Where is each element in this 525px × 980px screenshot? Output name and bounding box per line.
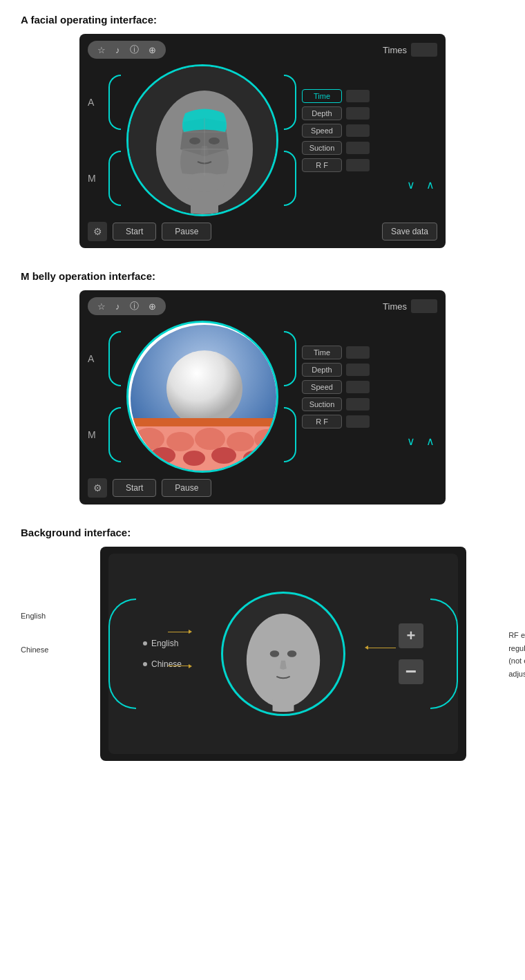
times-area: Times — [383, 43, 437, 57]
belly-control-speed-row: Speed — [302, 380, 437, 394]
belly-right-arcs — [284, 321, 296, 473]
rf-slider[interactable] — [346, 159, 370, 171]
depth-slider[interactable] — [346, 107, 370, 120]
belly-sound-icon[interactable]: ♪ — [115, 301, 120, 312]
english-label: English — [21, 612, 46, 620]
svg-point-28 — [270, 650, 280, 657]
belly-info-icon[interactable]: ⓘ — [130, 300, 139, 312]
speed-button[interactable]: Speed — [302, 124, 342, 138]
chevron-up[interactable]: ∧ — [426, 178, 435, 191]
belly-speed-slider[interactable] — [346, 381, 370, 393]
belly-rf-button[interactable]: R F — [302, 415, 342, 428]
svg-point-21 — [183, 451, 205, 466]
belly-speed-button[interactable]: Speed — [302, 380, 342, 394]
chinese-arrow-line — [168, 666, 189, 666]
belly-depth-slider[interactable] — [346, 364, 370, 376]
chinese-label: Chinese — [21, 646, 48, 654]
bg-arc-left — [108, 599, 136, 709]
label-a: A — [88, 97, 103, 108]
left-labels: A M — [88, 64, 103, 216]
belly-pause-button[interactable]: Pause — [162, 479, 211, 497]
belly-suction-button[interactable]: Suction — [302, 397, 342, 411]
svg-point-26 — [247, 614, 320, 707]
belly-left-labels: A M — [88, 321, 103, 473]
belly-times-box[interactable] — [411, 299, 437, 313]
belly-gear-button[interactable]: ⚙ — [88, 478, 107, 498]
time-button[interactable]: Time — [302, 89, 342, 103]
english-dot — [143, 641, 147, 646]
belly-label-a: A — [88, 353, 103, 364]
belly-chevron-down[interactable]: ∨ — [407, 435, 415, 448]
belly-start-button[interactable]: Start — [113, 479, 156, 497]
rf-arrow — [365, 646, 396, 650]
belly-arc-left-bottom — [108, 407, 121, 462]
facial-title: A facial operating interface: — [21, 14, 504, 26]
arc-right-top — [284, 75, 296, 130]
control-speed-row: Speed — [302, 124, 437, 138]
times-label: Times — [383, 45, 407, 55]
svg-point-5 — [189, 138, 200, 144]
belly-screen: ☆ ♪ ⓘ ⊕ Times A M — [79, 290, 446, 505]
background-section: Background interface: English Chinese — [21, 527, 504, 761]
depth-button[interactable]: Depth — [302, 106, 342, 120]
belly-svg — [128, 323, 278, 473]
main-area: A M — [88, 64, 437, 216]
chinese-dot — [143, 662, 147, 666]
english-text[interactable]: English — [151, 639, 178, 648]
belly-control-suction-row: Suction — [302, 397, 437, 411]
svg-point-4 — [184, 173, 225, 192]
svg-point-23 — [243, 451, 265, 466]
control-rf-row: R F — [302, 158, 437, 172]
info-icon[interactable]: ⓘ — [130, 44, 139, 56]
save-data-button[interactable]: Save data — [382, 223, 437, 241]
time-slider[interactable] — [346, 90, 370, 102]
background-title: Background interface: — [21, 527, 504, 538]
speed-slider[interactable] — [346, 124, 370, 137]
belly-left-arcs — [108, 321, 121, 473]
bg-inner: English Chinese — [108, 554, 458, 754]
belly-star-icon[interactable]: ☆ — [97, 301, 106, 312]
english-arrow-line — [168, 632, 189, 632]
svg-point-18 — [227, 432, 254, 451]
suction-slider[interactable] — [346, 142, 370, 154]
belly-title: M belly operation interface: — [21, 270, 504, 282]
belly-section: M belly operation interface: ☆ ♪ ⓘ ⊕ Tim… — [21, 270, 504, 505]
rf-button[interactable]: R F — [302, 158, 342, 172]
chevron-down[interactable]: ∨ — [407, 178, 415, 191]
suction-button[interactable]: Suction — [302, 141, 342, 155]
pause-button[interactable]: Pause — [162, 223, 211, 241]
arc-left-top — [108, 75, 121, 130]
belly-rf-slider[interactable] — [346, 415, 370, 428]
belly-main-area: A M — [88, 321, 437, 473]
left-arcs — [108, 64, 121, 216]
times-box[interactable] — [411, 43, 437, 57]
chinese-arrow — [168, 664, 192, 668]
belly-time-button[interactable]: Time — [302, 346, 342, 359]
start-button[interactable]: Start — [113, 223, 156, 241]
svg-point-20 — [151, 447, 175, 464]
belly-control-time-row: Time — [302, 346, 437, 359]
facial-screen: ☆ ♪ ⓘ ⊕ Times A M — [79, 34, 446, 248]
belly-control-depth-row: Depth — [302, 363, 437, 377]
add-icon[interactable]: ⊕ — [149, 45, 156, 55]
label-m: M — [88, 173, 103, 184]
belly-bottom-toolbar: ⚙ Start Pause — [88, 478, 437, 498]
belly-time-slider[interactable] — [346, 346, 370, 359]
belly-depth-button[interactable]: Depth — [302, 363, 342, 377]
belly-chevron-up[interactable]: ∧ — [426, 435, 435, 448]
control-time-row: Time — [302, 89, 437, 103]
star-icon[interactable]: ☆ — [97, 45, 106, 55]
english-item: English — [143, 639, 182, 648]
bg-arc-right — [430, 599, 458, 709]
svg-point-15 — [134, 428, 164, 450]
bottom-toolbar: ⚙ Start Pause Save data — [88, 222, 437, 241]
belly-suction-slider[interactable] — [346, 398, 370, 411]
minus-button[interactable]: − — [399, 659, 423, 684]
gear-button[interactable]: ⚙ — [88, 222, 107, 241]
sound-icon[interactable]: ♪ — [115, 45, 120, 55]
english-annotation: English — [21, 609, 76, 622]
svg-point-6 — [209, 138, 220, 144]
belly-add-icon[interactable]: ⊕ — [149, 301, 156, 312]
bg-screen: English Chinese — [100, 547, 466, 761]
plus-button[interactable]: + — [399, 623, 423, 648]
